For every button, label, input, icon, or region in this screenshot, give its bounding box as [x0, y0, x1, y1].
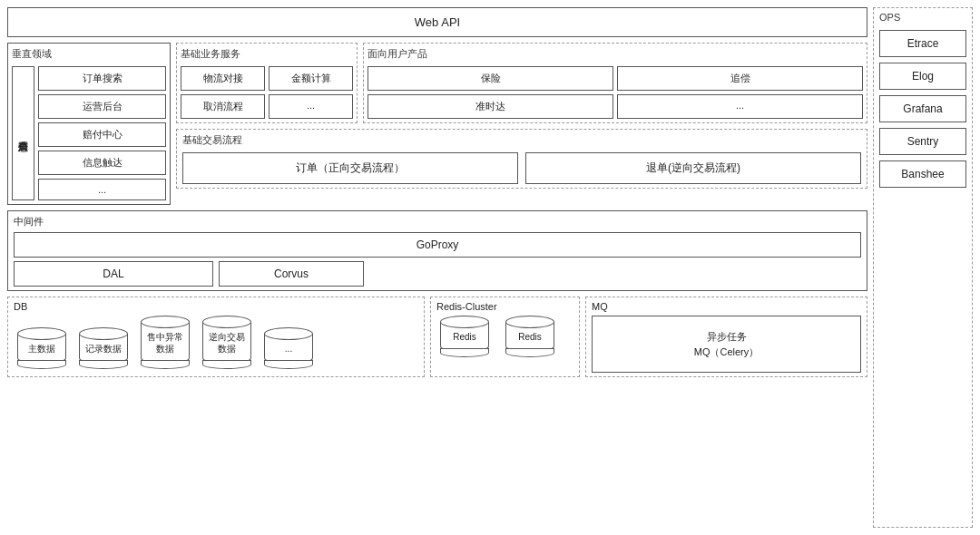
cylinder-top-master [17, 327, 66, 340]
left-area: Web API 垂直领域 公有消息广播 订单搜索 运营后台 赔付中心 信息触达 … [7, 7, 867, 528]
transaction-row: 订单（正向交易流程） 退单(逆向交易流程) [182, 152, 861, 184]
cylinder-top-reverse-tx [202, 316, 251, 328]
cylinder-master: 主数据 [14, 327, 70, 369]
cylinder-bottom-master [17, 360, 66, 369]
products-grid: 保险 追偿 准时达 ... [368, 66, 863, 119]
redis-items-row: Redis Redis [436, 316, 573, 357]
redis-label: Redis-Cluster [436, 301, 573, 312]
user-products-label: 面向用户产品 [368, 47, 863, 61]
db-section: DB 主数据 记录数据 售中异常数据 [7, 297, 425, 377]
web-api-label: Web API [415, 15, 460, 29]
middleware-row: DAL Corvus [14, 261, 861, 287]
info-touch-item: 信息触达 [38, 151, 166, 175]
cylinder-bottom-redis1 [440, 348, 489, 357]
compensation-item: 赔付中心 [38, 122, 166, 147]
more2-item: ... [269, 94, 353, 119]
services-grid: 物流对接 金额计算 取消流程 ... [181, 66, 353, 119]
base-transaction: 基础交易流程 订单（正向交易流程） 退单(逆向交易流程) [176, 129, 867, 189]
banshee-item: Banshee [879, 160, 966, 188]
elog-item: Elog [879, 63, 966, 90]
public-msg: 公有消息广播 [12, 66, 34, 200]
cancel-item: 取消流程 [181, 94, 265, 119]
middleware-label: 中间件 [14, 215, 861, 229]
middleware-section: 中间件 GoProxy DAL Corvus [7, 210, 867, 291]
cylinder-bottom-reverse-tx [202, 360, 251, 369]
vertical-domain: 垂直领域 公有消息广播 订单搜索 运营后台 赔付中心 信息触达 ... [7, 43, 171, 205]
grafana-item: Grafana [879, 95, 966, 122]
cylinder-bottom-abnormal [141, 360, 190, 369]
reverse-transaction: 退单(逆向交易流程) [525, 152, 861, 184]
cylinder-reverse-tx: 逆向交易数据 [199, 316, 255, 369]
mq-section: MQ 异步任务MQ（Celery） [585, 297, 867, 377]
cylinder-record: 记录数据 [75, 327, 132, 369]
base-transaction-label: 基础交易流程 [182, 133, 861, 147]
middle-row: 垂直领域 公有消息广播 订单搜索 运营后台 赔付中心 信息触达 ... [7, 43, 867, 205]
async-task-label: 异步任务MQ（Celery） [694, 331, 760, 357]
ops-label: OPS [879, 12, 966, 23]
db-items-row: 主数据 记录数据 售中异常数据 逆 [14, 316, 418, 369]
corvus-box: Corvus [219, 261, 364, 287]
cylinder-bottom-record [79, 360, 128, 369]
more1-item: ... [38, 179, 166, 200]
order-search-item: 订单搜索 [38, 66, 166, 91]
amount-item: 金额计算 [269, 66, 353, 91]
goproxy-bar: GoProxy [14, 232, 861, 258]
cylinder-top-redis1 [440, 316, 489, 328]
cylinder-redis1: Redis [436, 316, 493, 357]
main-container: Web API 垂直领域 公有消息广播 订单搜索 运营后台 赔付中心 信息触达 … [0, 0, 980, 535]
bottom-row: DB 主数据 记录数据 售中异常数据 [7, 297, 867, 377]
sentry-item: Sentry [879, 128, 966, 155]
etrace-item: Etrace [879, 30, 966, 57]
cylinder-bottom-redis2 [505, 348, 554, 357]
chase-item: 追偿 [617, 66, 863, 91]
dal-box: DAL [14, 261, 213, 287]
cylinder-top-abnormal [141, 316, 190, 328]
cylinder-top-more4 [264, 327, 313, 340]
cylinder-top-record [79, 327, 128, 340]
more3-item: ... [617, 94, 863, 119]
db-label: DB [14, 301, 418, 312]
forward-transaction: 订单（正向交易流程） [182, 152, 518, 184]
cylinder-bottom-more4 [264, 360, 313, 369]
mq-label: MQ [592, 301, 861, 312]
ops-backend-item: 运营后台 [38, 94, 166, 119]
cylinder-abnormal: 售中异常数据 [137, 316, 193, 369]
vertical-domain-label: 垂直领域 [12, 47, 166, 61]
logistics-item: 物流对接 [181, 66, 265, 91]
cylinder-more4: ... [260, 327, 317, 369]
ontime-item: 准时达 [368, 94, 613, 119]
ops-panel: OPS Etrace Elog Grafana Sentry Banshee [873, 7, 973, 528]
insurance-item: 保险 [368, 66, 613, 91]
base-services: 基础业务服务 物流对接 金额计算 取消流程 ... [176, 43, 358, 123]
vd-left: 公有消息广播 订单搜索 运营后台 赔付中心 信息触达 ... [12, 66, 166, 200]
web-api-bar: Web API [7, 7, 867, 37]
async-task-box: 异步任务MQ（Celery） [592, 316, 861, 373]
redis-section: Redis-Cluster Redis Redis [430, 297, 580, 377]
cylinder-top-redis2 [505, 316, 554, 328]
base-services-label: 基础业务服务 [181, 47, 353, 61]
user-products: 面向用户产品 保险 追偿 准时达 ... [363, 43, 867, 123]
cylinder-redis2: Redis [502, 316, 558, 357]
vd-items: 订单搜索 运营后台 赔付中心 信息触达 ... [38, 66, 166, 200]
